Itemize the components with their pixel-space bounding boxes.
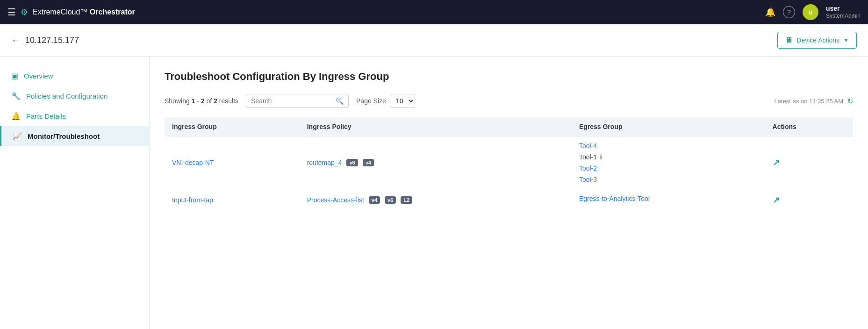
overview-icon: ▣ <box>11 72 18 80</box>
table-row: VNI-decap-NTroutemap_4v6v4Tool-4Tool-1ℹT… <box>165 136 853 189</box>
ingress-group-table: Ingress Group Ingress Policy Egress Grou… <box>165 117 853 211</box>
sidebar-item-label: Overview <box>24 72 53 80</box>
egress-group-link[interactable]: Egress-to-Analytics-Tool <box>579 195 650 202</box>
col-actions: Actions <box>765 117 853 136</box>
egress-group-link[interactable]: Tool-4 <box>579 142 597 150</box>
policy-tag: L2 <box>401 196 412 204</box>
ingress-group-cell: VNI-decap-NT <box>165 136 300 189</box>
egress-item: Tool-2 <box>579 164 758 172</box>
ingress-group-cell: Input-from-tap <box>165 189 300 211</box>
action-icon[interactable]: ↗ <box>773 158 780 167</box>
page-title: Troubleshoot Configuration By Ingress Gr… <box>165 71 853 83</box>
chevron-down-icon: ▼ <box>843 37 849 43</box>
ingress-policy-cell: routemap_4v6v4 <box>300 136 572 189</box>
ingress-group-link[interactable]: Input-from-tap <box>172 196 213 204</box>
col-egress-group: Egress Group <box>572 117 765 136</box>
monitor-icon: 📈 <box>13 132 22 141</box>
main-content: Troubleshoot Configuration By Ingress Gr… <box>150 57 868 329</box>
refresh-area: Latest as on 11:35:25 AM ↻ <box>775 97 853 106</box>
ingress-policy-cell: Process-Access-listv4v6L2 <box>300 189 572 211</box>
policy-tag: v4 <box>363 159 374 166</box>
header-bar: ← 10.127.15.177 🖥 Device Actions ▼ <box>0 24 868 57</box>
ingress-policy-link[interactable]: Process-Access-list <box>307 196 364 204</box>
results-count: Showing 1 - 2 of 2 results <box>165 97 238 105</box>
egress-group-name: Tool-1 <box>579 153 597 161</box>
egress-group-cell: Egress-to-Analytics-Tool <box>572 189 765 211</box>
device-actions-button[interactable]: 🖥 Device Actions ▼ <box>777 32 857 49</box>
col-ingress-policy: Ingress Policy <box>300 117 572 136</box>
device-actions-label: Device Actions <box>796 36 839 44</box>
avatar[interactable]: u <box>803 4 818 20</box>
sidebar-item-overview[interactable]: ▣ Overview <box>0 66 149 86</box>
device-actions-icon: 🖥 <box>785 36 793 44</box>
egress-item: Tool-4 <box>579 142 758 150</box>
parts-icon: 🔔 <box>11 112 21 121</box>
egress-group-link[interactable]: Tool-3 <box>579 176 597 183</box>
egress-item: Egress-to-Analytics-Tool <box>579 195 758 202</box>
user-info: user SystemAdmin <box>826 4 861 20</box>
search-box[interactable]: 🔍 <box>246 94 349 108</box>
hamburger-menu[interactable]: ☰ <box>7 7 16 18</box>
sidebar-item-label: Parts Details <box>26 112 66 120</box>
refresh-timestamp: Latest as on 11:35:25 AM <box>775 98 843 105</box>
egress-item: Tool-1ℹ <box>579 153 758 161</box>
egress-group-cell: Tool-4Tool-1ℹTool-2Tool-3 <box>572 136 765 189</box>
table-row: Input-from-tapProcess-Access-listv4v6L2E… <box>165 189 853 211</box>
sidebar-item-monitor[interactable]: 📈 Monitor/Troubleshoot <box>0 126 149 146</box>
action-icon[interactable]: ↗ <box>773 195 780 205</box>
col-ingress-group: Ingress Group <box>165 117 300 136</box>
page-size-select[interactable]: 10 25 50 <box>390 94 415 108</box>
policy-tag: v4 <box>369 196 380 204</box>
info-icon[interactable]: ℹ <box>600 153 602 161</box>
sidebar-item-policies[interactable]: 🔧 Policies and Configuration <box>0 86 149 106</box>
egress-group-link[interactable]: Tool-2 <box>579 164 597 172</box>
back-arrow-icon[interactable]: ← <box>11 35 21 46</box>
egress-item: Tool-3 <box>579 176 758 183</box>
back-navigation: ← 10.127.15.177 <box>11 35 79 46</box>
sidebar-item-label: Policies and Configuration <box>26 92 108 100</box>
device-ip: 10.127.15.177 <box>25 36 79 45</box>
brand-title: ExtremeCloud™ Orchestrator <box>33 8 135 16</box>
sidebar-item-parts[interactable]: 🔔 Parts Details <box>0 106 149 126</box>
page-size-area: Page Size 10 25 50 <box>356 94 415 108</box>
top-navigation: ☰ ⚙ ExtremeCloud™ Orchestrator 🔔 ? u use… <box>0 0 868 24</box>
actions-cell: ↗ <box>765 136 853 189</box>
actions-cell: ↗ <box>765 189 853 211</box>
logo-icon: ⚙ <box>21 7 28 17</box>
policies-icon: 🔧 <box>11 92 21 100</box>
bell-icon[interactable]: 🔔 <box>765 7 775 17</box>
toolbar: Showing 1 - 2 of 2 results 🔍 Page Size 1… <box>165 94 853 108</box>
help-icon[interactable]: ? <box>783 6 795 18</box>
search-input[interactable] <box>251 97 333 105</box>
policy-tag: v6 <box>346 159 358 166</box>
sidebar-item-label: Monitor/Troubleshoot <box>28 132 100 140</box>
ingress-group-link[interactable]: VNI-decap-NT <box>172 159 214 166</box>
ingress-policy-link[interactable]: routemap_4 <box>307 159 342 166</box>
search-icon: 🔍 <box>336 97 344 105</box>
refresh-icon[interactable]: ↻ <box>847 97 853 106</box>
table-header-row: Ingress Group Ingress Policy Egress Grou… <box>165 117 853 136</box>
policy-tag: v6 <box>385 196 396 204</box>
page-size-label: Page Size <box>356 97 386 105</box>
sidebar: ▣ Overview 🔧 Policies and Configuration … <box>0 57 150 329</box>
